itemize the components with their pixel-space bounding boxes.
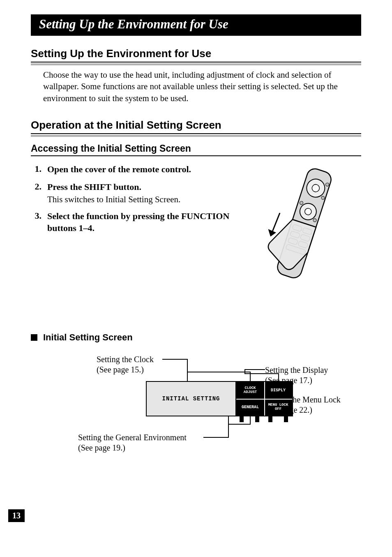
heading-setup: Setting Up the Environment for Use [31, 47, 361, 62]
page-number: 13 [8, 509, 25, 522]
callout-clock: Setting the Clock (See page 15.) [97, 354, 154, 375]
square-bullet-icon [31, 334, 37, 341]
callout-text: Setting the Clock [97, 355, 154, 364]
step-1: 1. Open the cover of the remote control. [31, 164, 238, 176]
screen-leg [268, 416, 272, 422]
screen-left-panel: INITIAL SETTING [146, 381, 236, 416]
screen-cell-clock: CLOCKADJUST [236, 382, 264, 399]
screen-cell-general: GENERAL [236, 399, 264, 416]
step-3: 3. Select the function by pressing the F… [31, 210, 238, 234]
callout-ref: (See page 19.) [78, 443, 125, 452]
step-number: 3. [31, 210, 42, 234]
step-title: Open the cover of the remote control. [47, 164, 238, 176]
remote-illustration [246, 164, 361, 287]
screen-leg [255, 416, 259, 422]
steps-list: 1. Open the cover of the remote control.… [31, 164, 238, 287]
step-number: 2. [31, 181, 42, 205]
bullet-row: Initial Setting Screen [31, 332, 361, 343]
bullet-label: Initial Setting Screen [43, 332, 133, 343]
subheading-accessing: Accessing the Initial Setting Screen [31, 143, 361, 156]
step-title: Select the function by pressing the FUNC… [47, 210, 238, 234]
screen-leg [240, 416, 244, 422]
step-number: 1. [31, 164, 42, 176]
step-title: Press the SHIFT button. [47, 181, 238, 193]
initial-setting-diagram: Setting the Clock (See page 15.) Setting… [31, 350, 361, 474]
screen-cell-display: DISPLY [264, 382, 292, 399]
step-description: This switches to Initial Setting Screen. [47, 194, 238, 205]
intro-paragraph: Choose the way to use the head unit, inc… [43, 69, 361, 104]
screen-unit: INITIAL SETTING CLOCKADJUST DISPLY GENER… [146, 381, 293, 416]
screen-leg [284, 416, 288, 422]
svg-marker-18 [269, 230, 275, 236]
callout-general: Setting the General Environment (See pag… [78, 432, 187, 453]
section-banner: Setting Up the Environment for Use [31, 14, 361, 36]
heading-operation: Operation at the Initial Setting Screen [31, 119, 361, 134]
screen-button-grid: CLOCKADJUST DISPLY GENERAL MENU LOCKOFF [236, 381, 293, 416]
screen-cell-menulock: MENU LOCKOFF [264, 399, 292, 416]
callout-text: Setting the General Environment [78, 433, 187, 442]
step-2: 2. Press the SHIFT button. This switches… [31, 181, 238, 205]
callout-ref: (See page 15.) [97, 365, 144, 374]
